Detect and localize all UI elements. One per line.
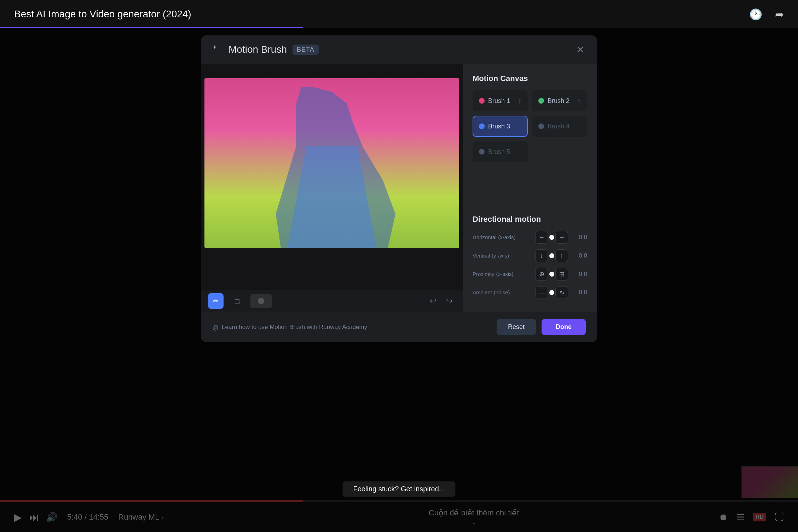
brush-4-dot	[538, 123, 544, 129]
vertical-thumb	[549, 253, 554, 258]
proximity-label: Proximity (z-axis)	[473, 271, 531, 278]
undo-redo-group: ↩ ↪	[427, 295, 456, 307]
modal-footer: ◎ Learn how to use Motion Brush with Run…	[201, 312, 597, 342]
top-bar-icons: 🕐 ➦	[749, 8, 784, 21]
brush-5-label: Brush 5	[488, 148, 521, 156]
brush-4-label: Brush 4	[548, 123, 581, 130]
page-title: Best AI Image to Video generator (2024)	[14, 8, 749, 20]
clock-icon[interactable]: 🕐	[749, 8, 762, 21]
canvas-toolbar: ✏ ◻ ↩ ↪	[201, 290, 463, 312]
undo-icon: ↩	[430, 296, 436, 306]
eraser-icon: ◻	[234, 297, 240, 305]
horizontal-label: Horizontal (x-axis)	[473, 234, 531, 241]
proximity-value: 0.0	[571, 271, 587, 278]
horizontal-left-icon: ←	[538, 234, 545, 241]
ambient-row: Ambient (noise) — ∿	[473, 286, 587, 299]
learn-text: Learn how to use Motion Brush with Runwa…	[222, 324, 367, 331]
proximity-axis: (z-axis)	[496, 271, 513, 277]
canvas-spacer	[201, 64, 463, 78]
brush-4-button[interactable]: Brush 4	[532, 116, 587, 137]
motion-brush-modal: ✦ Motion Brush BETA ✕ ✏	[201, 35, 597, 342]
subtitle-toast: Feeling stuck? Get inspired...	[342, 481, 455, 497]
vertical-right-icon: ↑	[560, 252, 563, 260]
eraser-tool-button[interactable]: ◻	[229, 293, 245, 309]
proximity-left-icon: ⊕	[539, 270, 544, 278]
directional-motion-title: Directional motion	[473, 215, 587, 224]
modal-body: ✏ ◻ ↩ ↪	[201, 64, 597, 312]
horizontal-slider[interactable]	[551, 237, 553, 238]
ambient-left-icon: —	[538, 289, 545, 296]
reset-button[interactable]: Reset	[497, 319, 536, 335]
brush-2-button[interactable]: Brush 2 ↑	[532, 90, 587, 111]
directional-motion-section: Directional motion Horizontal (x-axis) ←	[473, 215, 587, 305]
ambient-right-icon: ∿	[559, 289, 565, 296]
right-panel: Motion Canvas Brush 1 ↑ Brush 2 ↑	[463, 64, 597, 312]
top-bar: Best AI Image to Video generator (2024) …	[0, 0, 798, 28]
brush-3-dot	[479, 123, 485, 129]
horizontal-thumb	[549, 235, 554, 240]
horizontal-row: Horizontal (x-axis) ← →	[473, 231, 587, 244]
learn-link[interactable]: ◎ Learn how to use Motion Brush with Run…	[212, 323, 367, 331]
brush-3-label: Brush 3	[488, 123, 521, 130]
ambient-left-button[interactable]: —	[535, 286, 548, 299]
proximity-thumb	[549, 272, 554, 277]
share-icon[interactable]: ➦	[775, 8, 784, 21]
motion-brush-icon: ✦	[212, 44, 224, 55]
horizontal-value: 0.0	[571, 234, 587, 241]
motion-canvas-title: Motion Canvas	[473, 74, 587, 83]
brush-tool-button[interactable]: ✏	[208, 293, 224, 309]
proximity-right-icon: ⊞	[559, 270, 565, 278]
horizontal-controls: ← → 0.0	[535, 231, 587, 244]
ambient-axis: (noise)	[494, 289, 510, 295]
panel-spacer	[473, 169, 587, 211]
vertical-axis: (y-axis)	[492, 253, 509, 259]
horizontal-axis: (x-axis)	[498, 234, 515, 240]
learn-icon: ◎	[212, 323, 218, 331]
vertical-row: Vertical (y-axis) ↓ ↑	[473, 249, 587, 262]
modal-backdrop: ✦ Motion Brush BETA ✕ ✏	[0, 28, 798, 532]
brush-2-arrow: ↑	[577, 97, 581, 105]
brush-size-selector[interactable]	[250, 294, 272, 308]
horizontal-right-button[interactable]: →	[555, 231, 568, 244]
close-button[interactable]: ✕	[574, 44, 586, 55]
brush-grid: Brush 1 ↑ Brush 2 ↑ Brush 3	[473, 90, 587, 162]
ambient-value: 0.0	[571, 289, 587, 296]
brush-3-button[interactable]: Brush 3	[473, 116, 528, 137]
canvas-image[interactable]	[204, 78, 459, 248]
modal-title: Motion Brush	[229, 44, 287, 55]
brush-size-dot	[258, 298, 264, 304]
ambient-thumb	[549, 290, 554, 295]
brush-5-button[interactable]: Brush 5	[473, 141, 528, 162]
vertical-slider[interactable]	[551, 255, 553, 256]
vertical-left-button[interactable]: ↓	[535, 249, 548, 262]
proximity-slider[interactable]	[551, 273, 553, 275]
brush-2-dot	[538, 98, 544, 104]
ambient-slider[interactable]	[551, 292, 553, 293]
horizontal-right-icon: →	[559, 234, 565, 241]
proximity-controls: ⊕ ⊞ 0.0	[535, 268, 587, 281]
modal-header: ✦ Motion Brush BETA ✕	[201, 35, 597, 64]
undo-button[interactable]: ↩	[427, 295, 439, 307]
brush-icon: ✏	[213, 297, 219, 305]
ambient-right-button[interactable]: ∿	[555, 286, 568, 299]
brush-5-dot	[479, 149, 485, 155]
proximity-right-button[interactable]: ⊞	[555, 268, 568, 281]
vertical-value: 0.0	[571, 252, 587, 259]
redo-button[interactable]: ↪	[443, 295, 456, 307]
proximity-left-button[interactable]: ⊕	[535, 268, 548, 281]
vertical-controls: ↓ ↑ 0.0	[535, 249, 587, 262]
proximity-row: Proximity (z-axis) ⊕ ⊞	[473, 268, 587, 281]
canvas-image-container[interactable]	[204, 78, 459, 290]
vertical-right-button[interactable]: ↑	[555, 249, 568, 262]
brush-1-label: Brush 1	[488, 97, 514, 105]
brush-1-button[interactable]: Brush 1 ↑	[473, 90, 528, 111]
done-button[interactable]: Done	[542, 319, 586, 335]
vertical-label: Vertical (y-axis)	[473, 252, 531, 259]
redo-icon: ↪	[446, 296, 452, 306]
horizontal-left-button[interactable]: ←	[535, 231, 548, 244]
ambient-controls: — ∿ 0.0	[535, 286, 587, 299]
beta-badge: BETA	[293, 45, 319, 55]
brush-2-label: Brush 2	[548, 97, 574, 105]
vertical-left-icon: ↓	[540, 252, 543, 260]
brush-1-dot	[479, 98, 485, 104]
